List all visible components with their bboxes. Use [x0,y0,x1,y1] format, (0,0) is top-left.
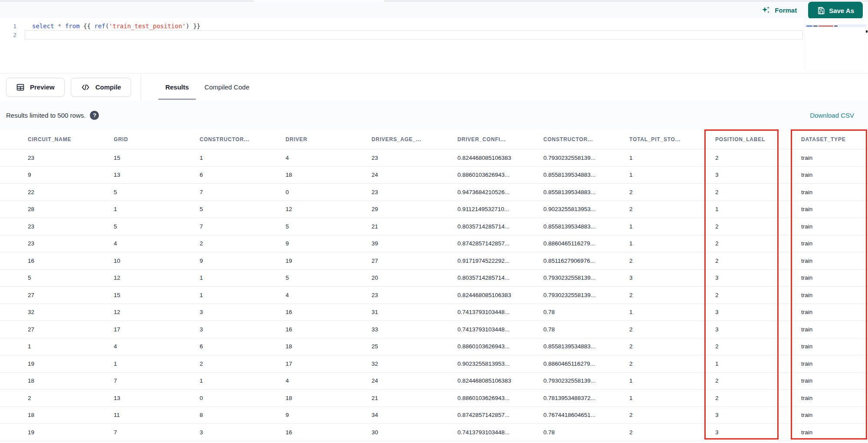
table-cell: 0.824468085106383 [457,377,543,384]
table-cell: 0.7413793103448... [457,326,543,333]
table-cell: 18 [286,343,372,350]
table-cell: 20 [372,274,457,281]
line-number-2: 2 [0,32,16,38]
table-row: 22570230.9473684210526...0.8558139534883… [0,184,868,201]
table-cell: 11 [114,412,200,418]
table-cell: 3 [200,326,286,333]
table-cell: 9 [286,240,372,247]
code-token: ( [105,23,109,30]
table-cell: 1 [629,395,715,401]
table-cell: 3 [715,309,801,315]
format-button[interactable]: Format [761,5,797,15]
table-cell: 28 [28,206,114,212]
table-cell: 27 [372,258,457,264]
table-cell: 0.8035714285714... [457,274,543,281]
code-token: {{ [80,23,95,30]
table-cell: 2 [715,189,801,195]
table-cell: 0.7413793103448... [457,429,543,436]
table-cell: 7 [200,223,286,230]
column-header: CONSTRUCTOR... [543,136,629,142]
compile-button[interactable]: Compile [71,78,131,97]
table-cell: 31 [372,309,457,315]
table-row: 213018210.8860103626943...0.781395348837… [0,390,868,407]
table-cell: 5 [114,223,200,230]
table-cell: train [801,223,868,230]
table-cell: 22 [28,189,114,195]
table-cell: 2 [629,326,715,333]
table-cell: 0.8860103626943... [457,343,543,350]
table-cell: 7 [114,429,200,436]
table-cell: train [801,343,868,350]
help-icon[interactable]: ? [90,111,99,120]
table-cell: 1 [629,309,715,315]
divider [141,73,141,101]
table-cell: train [801,155,868,161]
sparkles-icon [761,5,771,15]
save-as-button[interactable]: Save As [808,2,863,19]
table-cell: 0.824468085106383 [457,155,543,161]
sql-code: select * from {{ ref('train_test_positio… [32,23,201,30]
table-cell: train [801,189,868,195]
table-cell: 0.7413793103448... [457,309,543,315]
table-cell: 0.9023255813953... [543,206,629,212]
line-number-1: 1 [0,23,16,30]
column-header: TOTAL_PIT_STO... [629,136,715,142]
table-cell: 2 [629,258,715,264]
table-cell: 9 [28,172,114,178]
code-line-2[interactable]: 2 [0,30,868,39]
column-header: DRIVERS_AGE_... [372,136,457,142]
tab-results[interactable]: Results [158,73,197,101]
column-header: DRIVER [286,136,372,142]
table-cell: 12 [286,206,372,212]
table-cell: 6 [200,172,286,178]
table-cell: 0.7930232558139... [543,377,629,384]
column-header: GRID [114,136,200,142]
table-cell: 9 [286,412,372,418]
active-line-highlight [25,30,803,40]
table-cell: 0.824468085106383 [457,292,543,298]
table-cell: train [801,240,868,247]
table-cell: 0.9112149532710... [457,206,543,212]
editor-minimap[interactable] [805,18,866,70]
table-cell: 2 [715,258,801,264]
column-header: DATASET_TYPE [801,136,868,142]
table-cell: 16 [286,429,372,436]
table-cell: train [801,412,868,418]
table-cell: 4 [286,377,372,384]
table-cell: 4 [114,240,200,247]
sql-editor[interactable]: 1 select * from {{ ref('train_test_posit… [0,18,868,73]
table-cell: 0.78 [543,429,629,436]
table-cell: 2 [715,292,801,298]
table-cell: 1 [629,240,715,247]
table-cell: 2 [629,429,715,436]
table-cell: 1 [200,274,286,281]
table-cell: 3 [200,429,286,436]
code-line-1[interactable]: 1 select * from {{ ref('train_test_posit… [0,22,868,30]
table-cell: 15 [114,155,200,161]
compile-label: Compile [95,83,121,91]
table-cell: 34 [372,412,457,418]
table-cell: 6 [200,343,286,350]
table-cell: 17 [114,326,200,333]
editor-toolbar: Format Save As [0,2,868,18]
tab-compiled-code[interactable]: Compiled Code [197,73,257,101]
table-cell: 1 [715,360,801,367]
table-cell: 5 [28,274,114,281]
table-cell: 32 [28,309,114,315]
column-header: CONSTRUCTOR... [200,136,286,142]
table-cell: 1 [629,377,715,384]
table-cell: train [801,395,868,401]
table-cell: 0.78 [543,309,629,315]
table-cell: 13 [114,172,200,178]
preview-button[interactable]: Preview [6,78,65,97]
table-cell: 2 [715,155,801,161]
table-cell: 3 [715,274,801,281]
table-cell: train [801,172,868,178]
table-cell: 0 [200,395,286,401]
download-csv-link[interactable]: Download CSV [810,112,854,119]
table-cell: 3 [715,412,801,418]
table-cell: train [801,377,868,384]
table-row: 18714240.8244680851063830.7930232558139.… [0,373,868,390]
table-cell: train [801,429,868,436]
table-cell: 18 [28,377,114,384]
